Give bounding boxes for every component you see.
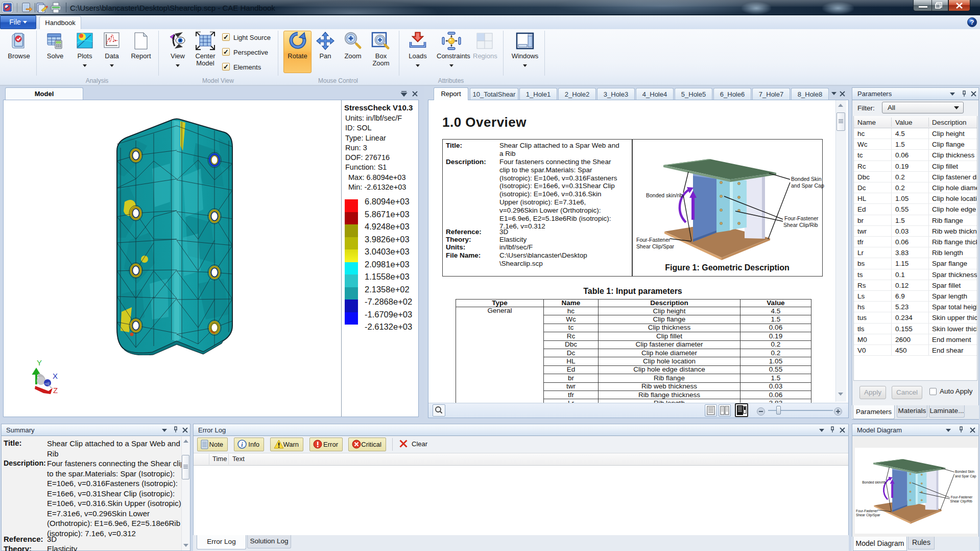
svg-text:Y: Y (37, 358, 42, 367)
svg-text:Four-Fastener: Four-Fastener (784, 215, 819, 221)
svg-text:Shear Clip/Rib: Shear Clip/Rib (783, 222, 818, 228)
svg-text:Bonded skin/rib: Bonded skin/rib (646, 192, 683, 198)
svg-text:Bonded Skin: Bonded Skin (791, 176, 822, 182)
svg-text:Shear Clip/Spar: Shear Clip/Spar (636, 243, 675, 249)
svg-text:X: X (53, 372, 58, 380)
svg-text:and Spar Cap: and Spar Cap (791, 182, 824, 189)
svg-text:Z: Z (53, 386, 58, 395)
svg-text:Four-Fastener: Four-Fastener (636, 237, 671, 243)
svg-text:?: ? (970, 18, 974, 26)
